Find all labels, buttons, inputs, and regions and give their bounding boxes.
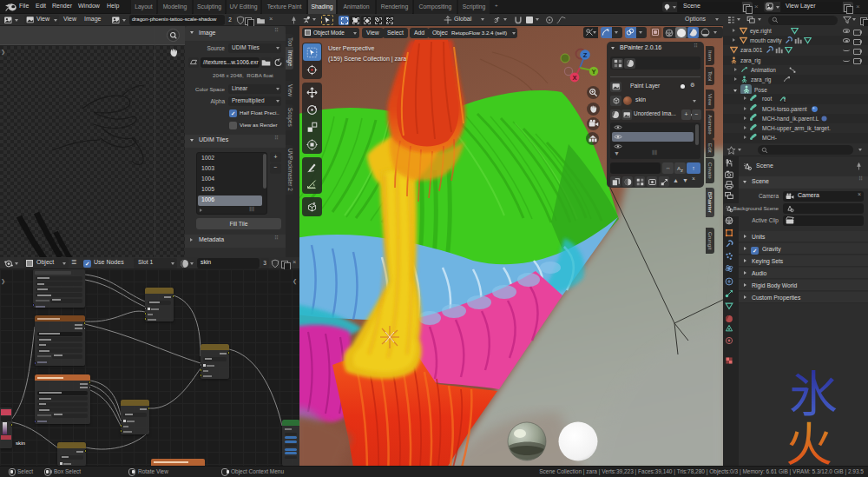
svg-text:X: X (572, 74, 576, 82)
svg-text:Z: Z (583, 51, 588, 59)
svg-text:6: 6 (784, 100, 786, 103)
svg-text:Y: Y (591, 68, 595, 76)
